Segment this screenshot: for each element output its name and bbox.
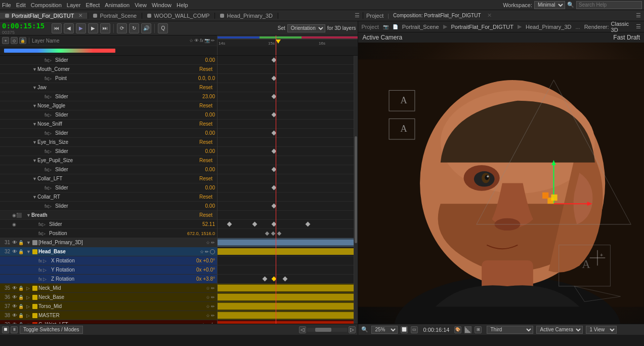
pixel-aspect-btn[interactable]: ▭: [411, 326, 418, 333]
next-btn[interactable]: ▶: [88, 23, 98, 33]
vis-39[interactable]: 👁: [12, 322, 18, 324]
expand-tri-sbr[interactable]: ▷: [42, 222, 49, 227]
layer-btn-edit-36[interactable]: ✏: [211, 295, 215, 300]
expand-tri-35[interactable]: ▷: [26, 286, 31, 291]
camera-select[interactable]: Active Camera: [536, 326, 583, 334]
lock-br[interactable]: ⬛: [16, 213, 20, 218]
layer-btn-solo-39[interactable]: ☆: [201, 322, 205, 324]
project-tab-label[interactable]: Project: [361, 24, 378, 30]
expand-tri-scr[interactable]: ▷: [48, 204, 55, 209]
workspace-select[interactable]: Minimal: [534, 1, 565, 9]
tracks-scrollbar[interactable]: [354, 56, 358, 324]
menu-view[interactable]: View: [135, 2, 147, 8]
tab-portrait-scene[interactable]: Portrait_Scene: [88, 13, 142, 19]
expand-tri-ep[interactable]: ▼: [32, 158, 37, 163]
lock-31[interactable]: 🔒: [18, 240, 24, 245]
layer-reset-ep[interactable]: Reset: [199, 158, 217, 163]
color-btn[interactable]: 🎨: [454, 326, 461, 333]
expand-tri-37[interactable]: ▷: [26, 304, 31, 309]
layer-names-panel[interactable]: fx ▷ Slider 0.00 ▼ Mouth_Corner Reset: [0, 56, 218, 324]
vis-sbr[interactable]: ◉: [12, 222, 16, 227]
expand-tri-32[interactable]: ▼: [26, 249, 31, 254]
grid-btn[interactable]: ⊞: [475, 326, 482, 333]
scroll-right-btn[interactable]: ▷: [349, 326, 356, 333]
expand-tri-snj[interactable]: ▷: [48, 112, 55, 118]
menu-layer[interactable]: Layer: [67, 2, 81, 8]
layer-btn-edit-32[interactable]: ✏: [205, 249, 209, 254]
menu-help[interactable]: Help: [177, 2, 188, 8]
expand-tri-38[interactable]: ▷: [26, 313, 31, 318]
comp-panel-menu[interactable]: ☰: [636, 23, 641, 30]
expand-tri-ei[interactable]: ▼: [32, 140, 37, 145]
project-tab[interactable]: Project: [366, 13, 383, 19]
expand-tri-yr[interactable]: ▷: [43, 267, 50, 273]
vis-38[interactable]: 👁: [12, 313, 18, 318]
new-layer-btn[interactable]: +: [2, 37, 9, 44]
expand-tri-ns[interactable]: ▼: [32, 122, 37, 127]
select-all-btn[interactable]: ◇: [11, 37, 18, 44]
orientation-select[interactable]: Orientation: [287, 24, 325, 32]
breadcrumb-head-primary[interactable]: Head_Primary_3D: [526, 24, 571, 30]
loop-btn[interactable]: ↻: [129, 23, 139, 33]
lock-32[interactable]: 🔒: [18, 249, 24, 254]
views-select[interactable]: 1 View 2 Views 4 Views: [586, 326, 617, 334]
viewport-canvas-area[interactable]: A A +: [358, 43, 644, 324]
tracks-scrollbar-thumb[interactable]: [355, 136, 357, 244]
ram-preview-btn[interactable]: ⟳: [117, 23, 127, 33]
expand-tri-31[interactable]: ▼: [26, 240, 31, 245]
expand-tri-sep[interactable]: ▷: [48, 167, 55, 172]
playhead-marker[interactable]: [276, 40, 281, 44]
tab-portrait-flat[interactable]: PortraitFlat_For_DIGTUT ✕: [0, 13, 88, 19]
layer-reset-mc[interactable]: Reset: [199, 66, 217, 72]
expand-tri-pt[interactable]: ▷: [48, 76, 55, 81]
layer-btn-solo-32[interactable]: ☆: [200, 249, 204, 254]
close-comp-tab[interactable]: ✕: [487, 12, 492, 19]
scroll-left-btn[interactable]: ◁: [299, 326, 306, 333]
zoom-select[interactable]: 25% 50% 100%: [371, 326, 398, 334]
tab-head-primary[interactable]: Head_Primary_3D: [215, 13, 278, 19]
expand-tri-cl[interactable]: ▼: [32, 176, 37, 181]
lock-35[interactable]: 🔒: [18, 286, 24, 291]
menu-animation[interactable]: Animation: [105, 2, 130, 8]
lock-39[interactable]: 🔒: [18, 322, 24, 324]
expand-tri-39[interactable]: ▼: [26, 322, 31, 324]
timeline-scrollbar[interactable]: [307, 328, 348, 332]
expand-tri-jaw[interactable]: ▼: [32, 85, 37, 90]
tab-close-1[interactable]: ✕: [78, 13, 82, 18]
bottom-icon-2[interactable]: ⏸: [11, 326, 18, 333]
expand-tri-nj[interactable]: ▼: [32, 103, 37, 108]
expand-tri-sns[interactable]: ▷: [48, 131, 55, 136]
layer-reset-cl[interactable]: Reset: [199, 176, 217, 181]
layer-reset-nj[interactable]: Reset: [199, 103, 217, 108]
layer-btn-solo-35[interactable]: ☆: [206, 286, 210, 291]
play-btn[interactable]: ▶: [76, 23, 86, 33]
transparency-btn[interactable]: [464, 326, 471, 333]
lock-37[interactable]: 🔒: [18, 304, 24, 309]
view-select[interactable]: Third Active Camera Left Right Top: [487, 326, 533, 334]
breadcrumb-more[interactable]: ...: [575, 24, 580, 30]
vis-31[interactable]: 👁: [12, 240, 18, 245]
layer-btn-solo-36[interactable]: ☆: [206, 295, 210, 300]
layer-reset-cr[interactable]: Reset: [199, 194, 217, 200]
layer-btn-solo-38[interactable]: ☆: [206, 313, 210, 318]
lock-all-btn[interactable]: 🔒: [19, 37, 26, 44]
breadcrumb-portrait-scene[interactable]: Portrait_Scene: [402, 24, 439, 30]
vis-36[interactable]: 👁: [12, 294, 18, 300]
expand-tri-br[interactable]: ▼: [26, 213, 31, 218]
expand-tri-1[interactable]: ▷: [48, 58, 55, 63]
search-input[interactable]: [576, 1, 642, 9]
expand-tri-pbr[interactable]: ▷: [42, 231, 49, 236]
layer-reset-jaw[interactable]: Reset: [199, 85, 217, 90]
menu-window[interactable]: Window: [152, 2, 171, 8]
expand-tri-sj[interactable]: ▷: [48, 94, 55, 99]
expand-tri-xr[interactable]: ▷: [43, 258, 50, 263]
breadcrumb-portrait-flat[interactable]: PortraitFlat_For_DIGTUT: [451, 24, 513, 30]
tab-menu-right[interactable]: ☰: [636, 12, 641, 19]
layer-btn-edit-39[interactable]: ✏: [206, 322, 210, 324]
preview-quality-btn[interactable]: Q: [158, 23, 168, 33]
expand-tri-sei[interactable]: ▷: [48, 149, 55, 154]
lock-36[interactable]: 🔒: [18, 295, 24, 300]
vis-br[interactable]: ◉: [12, 213, 16, 218]
expand-tri-zr[interactable]: ▷: [43, 277, 50, 282]
bottom-icon-1[interactable]: 🔲: [2, 326, 9, 333]
